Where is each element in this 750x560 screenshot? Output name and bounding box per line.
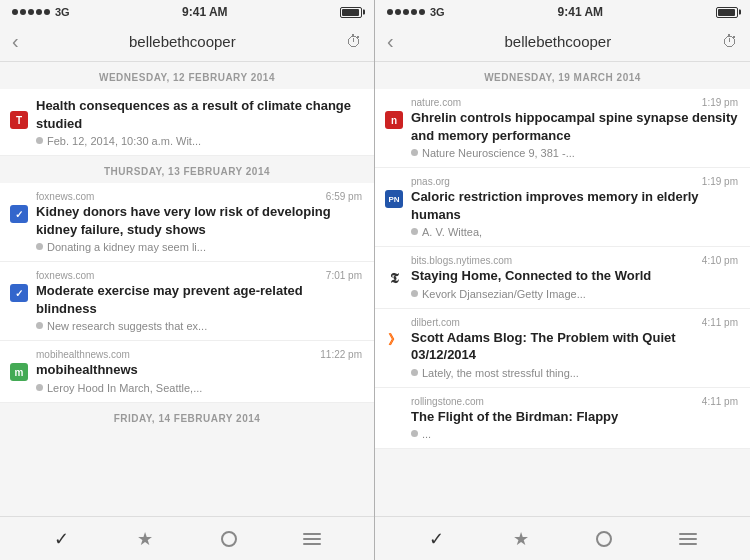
preview-text: Feb. 12, 2014, 10:30 a.m. Wit...: [47, 135, 201, 147]
source-name: nature.com: [411, 97, 461, 108]
item-title: Health consequences as a result of clima…: [36, 97, 362, 132]
feed-item[interactable]: THealth consequences as a result of clim…: [0, 89, 374, 156]
back-button[interactable]: ‹: [12, 30, 19, 53]
item-title: Ghrelin controls hippocampal spine synap…: [411, 109, 738, 144]
item-preview: Kevork Djansezian/Getty Image...: [411, 288, 738, 300]
item-time: 11:22 pm: [320, 349, 362, 360]
network-label: 3G: [430, 6, 445, 18]
status-bar: 3G 9:41 AM: [375, 0, 750, 22]
dot2: [20, 9, 26, 15]
back-button[interactable]: ‹: [387, 30, 394, 53]
preview-text: Lately, the most stressful thing...: [422, 367, 579, 379]
feed-content: WEDNESDAY, 12 FEBRUARY 2014THealth conse…: [0, 62, 374, 516]
checkmark-icon: ✓: [429, 528, 444, 550]
status-time: 9:41 AM: [558, 5, 604, 19]
check-button[interactable]: ✓: [44, 521, 80, 557]
feed-content: WEDNESDAY, 19 MARCH 2014n nature.com 1:1…: [375, 62, 750, 516]
source-name: mobihealthnews.com: [36, 349, 130, 360]
menu-button[interactable]: [294, 521, 330, 557]
preview-text: ...: [422, 428, 431, 440]
source-row: rollingstone.com 4:11 pm: [411, 396, 738, 407]
feed-item[interactable]: ✓ foxnews.com 7:01 pm Moderate exercise …: [0, 262, 374, 341]
date-separator-1: THURSDAY, 13 FEBRUARY 2014: [0, 156, 374, 183]
source-icon: 𝕿: [385, 269, 403, 287]
preview-bullet: [411, 149, 418, 156]
item-time: 7:01 pm: [326, 270, 362, 281]
history-icon[interactable]: ⏱: [346, 33, 362, 51]
feed-item-content: nature.com 1:19 pm Ghrelin controls hipp…: [411, 97, 738, 159]
dot1: [12, 9, 18, 15]
item-preview: Lately, the most stressful thing...: [411, 367, 738, 379]
item-preview: ...: [411, 428, 738, 440]
source-icon: RS: [385, 410, 403, 428]
battery-fill: [342, 9, 359, 16]
feed-item-content: dilbert.com 4:11 pm Scott Adams Blog: Th…: [411, 317, 738, 379]
star-button[interactable]: ★: [127, 521, 163, 557]
h1: [679, 533, 697, 535]
item-title: The Flight of the Birdman: Flappy: [411, 408, 738, 426]
status-left: 3G: [387, 6, 445, 18]
date-separator-0: WEDNESDAY, 12 FEBRUARY 2014: [0, 62, 374, 89]
preview-bullet: [411, 430, 418, 437]
source-icon: 》: [385, 331, 403, 349]
circle-icon: [596, 531, 612, 547]
item-preview: Donating a kidney may seem li...: [36, 241, 362, 253]
preview-bullet: [36, 384, 43, 391]
feed-item[interactable]: 𝕿 bits.blogs.nytimes.com 4:10 pm Staying…: [375, 247, 750, 309]
star-button[interactable]: ★: [503, 521, 539, 557]
phone-right: 3G 9:41 AM ‹ bellebethcooper ⏱ WEDNESDAY…: [375, 0, 750, 560]
date-separator-2: FRIDAY, 14 FEBRUARY 2014: [0, 403, 374, 430]
dot-button[interactable]: [211, 521, 247, 557]
feed-item-content: mobihealthnews.com 11:22 pm mobihealthne…: [36, 349, 362, 394]
status-time: 9:41 AM: [182, 5, 228, 19]
status-right: [340, 7, 362, 18]
source-icon: T: [10, 111, 28, 129]
dot4: [36, 9, 42, 15]
source-row: mobihealthnews.com 11:22 pm: [36, 349, 362, 360]
circle-icon: [221, 531, 237, 547]
source-icon: PN: [385, 190, 403, 208]
item-preview: New research suggests that ex...: [36, 320, 362, 332]
star-icon: ★: [137, 528, 153, 550]
source-name: dilbert.com: [411, 317, 460, 328]
feed-item[interactable]: 》 dilbert.com 4:11 pm Scott Adams Blog: …: [375, 309, 750, 388]
check-button[interactable]: ✓: [419, 521, 455, 557]
preview-text: Kevork Djansezian/Getty Image...: [422, 288, 586, 300]
source-row: foxnews.com 7:01 pm: [36, 270, 362, 281]
nav-title: bellebethcooper: [504, 33, 611, 50]
h2: [303, 538, 321, 540]
item-time: 4:10 pm: [702, 255, 738, 266]
item-preview: Leroy Hood In March, Seattle,...: [36, 382, 362, 394]
menu-button[interactable]: [670, 521, 706, 557]
feed-item-content: foxnews.com 7:01 pm Moderate exercise ma…: [36, 270, 362, 332]
h3: [303, 543, 321, 545]
dot-button[interactable]: [586, 521, 622, 557]
history-icon[interactable]: ⏱: [722, 33, 738, 51]
item-time: 4:11 pm: [702, 396, 738, 407]
checkmark-icon: ✓: [54, 528, 69, 550]
feed-item[interactable]: n nature.com 1:19 pm Ghrelin controls hi…: [375, 89, 750, 168]
feed-item[interactable]: RS rollingstone.com 4:11 pm The Flight o…: [375, 388, 750, 450]
feed-item[interactable]: ✓ foxnews.com 6:59 pm Kidney donors have…: [0, 183, 374, 262]
source-icon: ✓: [10, 205, 28, 223]
status-left: 3G: [12, 6, 70, 18]
preview-text: New research suggests that ex...: [47, 320, 207, 332]
preview-bullet: [36, 243, 43, 250]
source-row: pnas.org 1:19 pm: [411, 176, 738, 187]
item-preview: Nature Neuroscience 9, 381 -...: [411, 147, 738, 159]
preview-bullet: [36, 322, 43, 329]
phone-left: 3G 9:41 AM ‹ bellebethcooper ⏱ WEDNESDAY…: [0, 0, 375, 560]
item-title: mobihealthnews: [36, 361, 362, 379]
dot4: [411, 9, 417, 15]
source-name: foxnews.com: [36, 191, 94, 202]
feed-item[interactable]: PN pnas.org 1:19 pm Caloric restriction …: [375, 168, 750, 247]
nav-title: bellebethcooper: [129, 33, 236, 50]
item-time: 4:11 pm: [702, 317, 738, 328]
feed-item[interactable]: m mobihealthnews.com 11:22 pm mobihealth…: [0, 341, 374, 403]
phones-container: 3G 9:41 AM ‹ bellebethcooper ⏱ WEDNESDAY…: [0, 0, 750, 560]
dot5: [44, 9, 50, 15]
item-title: Caloric restriction improves memory in e…: [411, 188, 738, 223]
item-title: Scott Adams Blog: The Problem with Quiet…: [411, 329, 738, 364]
preview-text: Leroy Hood In March, Seattle,...: [47, 382, 202, 394]
item-title: Staying Home, Connected to the World: [411, 267, 738, 285]
